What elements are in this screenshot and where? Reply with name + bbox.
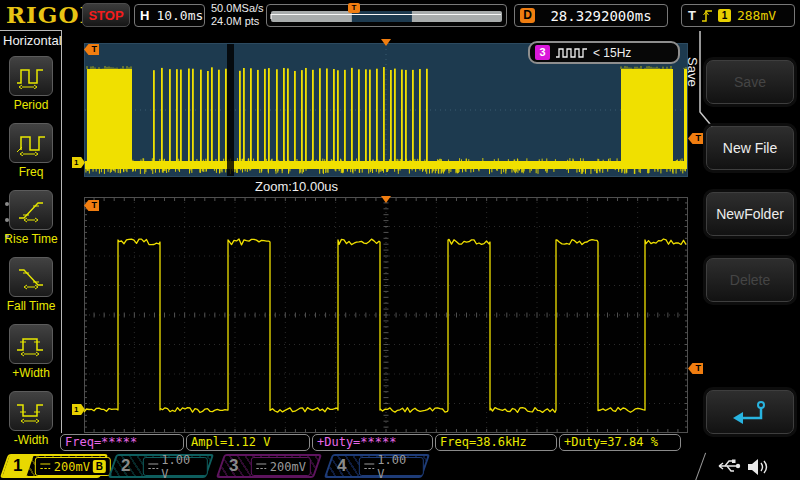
trigger-notification: 3 < 15Hz [528,41,680,64]
return-arrow-icon [728,398,772,428]
trigger-level-flag-main: T [688,133,703,144]
sidebar-item-fall-time[interactable] [9,257,53,297]
h-label: H [140,8,149,23]
memory-trigger-position-flag: T [348,3,360,13]
measurement-ampl: Ampl=1.12 V [186,434,310,451]
channel-2-scale: 1.00 V [162,452,203,480]
notification-channel-badge: 3 [535,45,550,60]
zoom-window-panel [84,197,688,433]
status-bar-divider [695,453,706,480]
square-wave-icon [555,46,588,59]
delay-readout-box: D 28.3292000ms [514,4,668,27]
memory-position-bar[interactable] [266,4,507,27]
delay-badge: D [520,8,535,23]
sidebar-item-plus-width-label: +Width [0,366,62,380]
channel-2-status[interactable]: 2 1.00 V [108,454,214,478]
bandwidth-limit-badge: B [93,460,106,473]
measurement-freq-1: Freq=***** [60,434,184,451]
measurement-duty-1: +Duty=***** [312,434,433,451]
sample-rate: 50.0MSa/s [211,2,264,15]
fall-time-icon [15,264,47,290]
channel-3-status[interactable]: 3 200mV [216,454,322,478]
channel-1-scale-box: 200mV B [35,457,111,476]
channel-1-scale: 200mV [54,459,90,473]
channel-1-status[interactable]: 1 200mV B [0,454,108,478]
memory-depth: 24.0M pts [211,15,264,28]
memory-waveform-thumbnail [267,5,506,26]
channel-3-scale-box: 200mV [251,457,311,476]
oscilloscope-screen: RIGOL STOP H 10.0ms 50.0MSa/s 24.0M pts … [0,0,800,480]
measurement-freq-2: Freq=38.6kHz [435,434,557,451]
notification-text: < 15Hz [593,46,631,60]
sidebar-item-fall-time-label: Fall Time [0,299,62,313]
menu-tab-label: Save [685,57,700,87]
menu-button-back[interactable] [706,390,794,434]
menu-button-save[interactable]: Save [706,60,794,104]
plus-width-icon [15,331,47,357]
sidebar-item-rise-time[interactable] [9,190,53,230]
sidebar-title: Horizontal [3,33,62,48]
channel-4-status[interactable]: 4 1.00 V [324,454,430,478]
sidebar-item-freq[interactable] [9,123,53,163]
freq-icon [15,130,47,156]
sidebar-item-period-label: Period [0,98,62,112]
channel-2-scale-box: 1.00 V [143,457,208,476]
rise-time-icon [15,197,47,223]
delay-value: 28.3292000ms [535,8,667,24]
dc-coupling-icon [256,462,267,471]
menu-button-delete[interactable]: Delete [706,258,794,302]
sidebar-item-minus-width[interactable] [9,391,53,431]
zoom-waveform [84,197,688,433]
channel-4-number: 4 [337,456,346,476]
trigger-readout-box: T 1 288mV [681,4,795,27]
trigger-level-flag-zoom: T [688,363,703,374]
dc-coupling-icon [40,462,51,471]
trigger-label: T [688,8,696,23]
channel-3-scale: 200mV [270,459,306,473]
trigger-time-marker-main [381,39,391,46]
measurement-duty-2: +Duty=37.84 % [559,434,681,451]
channel-1-number: 1 [13,456,22,476]
channel-4-scale: 1.00 V [378,452,419,480]
rising-edge-icon [700,8,714,23]
menu-button-new-folder[interactable]: NewFolder [706,192,794,236]
timebase-value: 10.0ms [156,8,203,23]
sidebar-item-plus-width[interactable] [9,324,53,364]
usb-icon [714,456,742,476]
speaker-icon [746,456,770,476]
dc-coupling-icon [364,462,375,471]
sidebar-item-period[interactable] [9,56,53,96]
trigger-source-badge: 1 [718,9,731,22]
period-icon [15,63,47,89]
trigger-time-marker-zoom [381,196,391,203]
zoom-timebase-label: Zoom:10.00us [255,179,338,194]
acquisition-info: 50.0MSa/s 24.0M pts [211,2,264,28]
menu-button-new-file[interactable]: New File [706,126,794,170]
dc-coupling-icon [148,462,159,471]
channel-2-number: 2 [121,456,130,476]
trigger-level-value: 288mV [737,8,776,23]
channel-4-scale-box: 1.00 V [359,457,424,476]
sidebar-item-rise-time-label: Rise Time [0,232,62,246]
channel-3-number: 3 [229,456,238,476]
minus-width-icon [15,398,47,424]
sidebar-item-minus-width-label: -Width [0,433,62,447]
horizontal-timebase-box: H 10.0ms [134,4,205,27]
sidebar-item-freq-label: Freq [0,165,62,179]
run-state-badge[interactable]: STOP [82,3,130,27]
